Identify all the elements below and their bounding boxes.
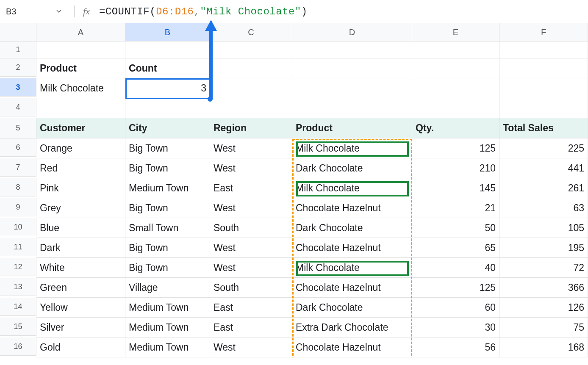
- cell-D2[interactable]: [292, 58, 412, 78]
- cell-F11[interactable]: 195: [499, 238, 588, 258]
- cell-E10[interactable]: 50: [412, 218, 499, 238]
- cell-E4[interactable]: [412, 98, 499, 118]
- cell-C11[interactable]: West: [210, 238, 292, 258]
- col-header-F[interactable]: F: [499, 23, 588, 41]
- row-header-7[interactable]: 7: [0, 158, 36, 177]
- cell-E6[interactable]: 125: [412, 138, 499, 158]
- row-header-15[interactable]: 15: [0, 318, 36, 336]
- cell-C3[interactable]: [210, 78, 292, 98]
- cell-E1[interactable]: [412, 41, 499, 58]
- row-header-5[interactable]: 5: [0, 118, 36, 138]
- cell-E16[interactable]: 56: [412, 337, 499, 357]
- row-header-14[interactable]: 14: [0, 298, 36, 316]
- cell-A5[interactable]: Customer: [36, 118, 125, 138]
- cell-C15[interactable]: East: [210, 318, 292, 337]
- cell-D5[interactable]: Product: [292, 118, 412, 138]
- cell-A3[interactable]: Milk Chocolate: [36, 78, 125, 98]
- cell-B15[interactable]: Medium Town: [125, 318, 210, 337]
- cell-F10[interactable]: 105: [499, 218, 588, 238]
- cell-F2[interactable]: [499, 58, 588, 78]
- cell-E8[interactable]: 145: [412, 178, 499, 198]
- cell-A14[interactable]: Yellow: [36, 298, 125, 318]
- cell-A13[interactable]: Green: [36, 278, 125, 298]
- cell-C2[interactable]: [210, 58, 292, 78]
- cell-D3[interactable]: [292, 78, 412, 98]
- cell-D6[interactable]: Milk Chocolate: [292, 138, 412, 158]
- cell-B16[interactable]: Medium Town: [125, 337, 210, 357]
- cell-F13[interactable]: 366: [499, 278, 588, 298]
- cell-A15[interactable]: Silver: [36, 318, 125, 337]
- col-header-C[interactable]: C: [210, 23, 292, 41]
- cell-F14[interactable]: 126: [499, 298, 588, 318]
- formula-input[interactable]: =COUNTIF(D6:D16,"Milk Chocolate"): [99, 6, 308, 17]
- cell-E14[interactable]: 60: [412, 298, 499, 318]
- cell-B9[interactable]: Big Town: [125, 198, 210, 218]
- row-header-4[interactable]: 4: [0, 98, 36, 116]
- cell-A4[interactable]: [36, 98, 125, 118]
- cell-B14[interactable]: Medium Town: [125, 298, 210, 318]
- cell-C1[interactable]: [210, 41, 292, 58]
- cell-F15[interactable]: 75: [499, 318, 588, 337]
- row-header-9[interactable]: 9: [0, 198, 36, 216]
- cell-B8[interactable]: Medium Town: [125, 178, 210, 198]
- cell-C10[interactable]: South: [210, 218, 292, 238]
- cell-B10[interactable]: Small Town: [125, 218, 210, 238]
- row-header-11[interactable]: 11: [0, 238, 36, 256]
- col-header-D[interactable]: D: [292, 23, 412, 41]
- cell-C4[interactable]: [210, 98, 292, 118]
- row-header-1[interactable]: 1: [0, 41, 36, 58]
- cell-D11[interactable]: Chocolate Hazelnut: [292, 238, 412, 258]
- cell-D12[interactable]: Milk Chocolate: [292, 258, 412, 278]
- cell-F4[interactable]: [499, 98, 588, 118]
- cell-E13[interactable]: 125: [412, 278, 499, 298]
- cell-F12[interactable]: 72: [499, 258, 588, 278]
- row-header-2[interactable]: 2: [0, 58, 36, 77]
- cell-C6[interactable]: West: [210, 138, 292, 158]
- cell-B5[interactable]: City: [125, 118, 210, 138]
- cell-A2[interactable]: Product: [36, 58, 125, 78]
- row-header-12[interactable]: 12: [0, 258, 36, 276]
- cell-F9[interactable]: 63: [499, 198, 588, 218]
- row-header-10[interactable]: 10: [0, 218, 36, 236]
- cell-D4[interactable]: [292, 98, 412, 118]
- cell-E7[interactable]: 210: [412, 158, 499, 178]
- cell-B11[interactable]: Big Town: [125, 238, 210, 258]
- col-header-B[interactable]: B: [125, 23, 210, 41]
- cell-F8[interactable]: 261: [499, 178, 588, 198]
- name-box[interactable]: B3: [0, 7, 66, 17]
- cell-E9[interactable]: 21: [412, 198, 499, 218]
- name-box-dropdown-icon[interactable]: [56, 10, 61, 13]
- cell-A6[interactable]: Orange: [36, 138, 125, 158]
- cell-A10[interactable]: Blue: [36, 218, 125, 238]
- col-header-E[interactable]: E: [412, 23, 499, 41]
- cell-B4[interactable]: [125, 98, 210, 118]
- row-header-16[interactable]: 16: [0, 337, 36, 356]
- row-header-13[interactable]: 13: [0, 278, 36, 296]
- spreadsheet-grid[interactable]: A B C D E F 1 2 Product Count 3 Milk Cho…: [0, 23, 588, 357]
- col-header-A[interactable]: A: [36, 23, 125, 41]
- cell-E11[interactable]: 65: [412, 238, 499, 258]
- cell-D13[interactable]: Chocolate Hazelnut: [292, 278, 412, 298]
- cell-B7[interactable]: Big Town: [125, 158, 210, 178]
- row-header-6[interactable]: 6: [0, 138, 36, 157]
- row-header-3[interactable]: 3: [0, 78, 36, 97]
- cell-F7[interactable]: 441: [499, 158, 588, 178]
- cell-C7[interactable]: West: [210, 158, 292, 178]
- cell-B2[interactable]: Count: [125, 58, 210, 78]
- cell-E15[interactable]: 30: [412, 318, 499, 337]
- cell-A7[interactable]: Red: [36, 158, 125, 178]
- cell-C8[interactable]: East: [210, 178, 292, 198]
- cell-A9[interactable]: Grey: [36, 198, 125, 218]
- cell-A11[interactable]: Dark: [36, 238, 125, 258]
- cell-D9[interactable]: Chocolate Hazelnut: [292, 198, 412, 218]
- cell-E12[interactable]: 40: [412, 258, 499, 278]
- cell-C16[interactable]: West: [210, 337, 292, 357]
- cell-F5[interactable]: Total Sales: [499, 118, 588, 138]
- cell-E3[interactable]: [412, 78, 499, 98]
- cell-C12[interactable]: West: [210, 258, 292, 278]
- cell-B6[interactable]: Big Town: [125, 138, 210, 158]
- cell-B13[interactable]: Village: [125, 278, 210, 298]
- cell-A12[interactable]: White: [36, 258, 125, 278]
- cell-D15[interactable]: Extra Dark Chocolate: [292, 318, 412, 337]
- cell-C13[interactable]: South: [210, 278, 292, 298]
